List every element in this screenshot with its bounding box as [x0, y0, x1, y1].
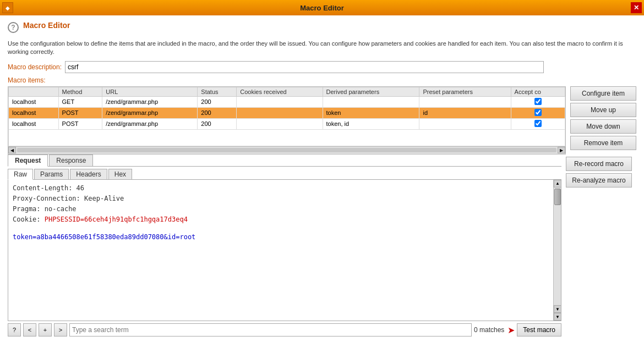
cookie-value: PHPSESSID=66ceh4jh91qbfc1hgqa17d3eq4 — [45, 216, 188, 223]
sub-tab-hex[interactable]: Hex — [108, 169, 132, 179]
close-button[interactable]: ✕ — [631, 2, 642, 13]
cell-method: POST — [58, 118, 102, 129]
sub-tab-params[interactable]: Params — [34, 169, 69, 179]
col-status: Status — [198, 87, 237, 96]
scroll-right-btn[interactable]: ▶ — [558, 147, 565, 153]
cell-host: localhost — [9, 107, 59, 118]
plus-button[interactable]: + — [39, 323, 52, 337]
cell-url: /zend/grammar.php — [102, 96, 198, 107]
col-accept: Accept co — [511, 87, 565, 96]
macro-table-container: Method URL Status Cookies received Deriv… — [8, 86, 566, 155]
cell-cookies — [237, 118, 323, 129]
sub-tab-headers[interactable]: Headers — [70, 169, 107, 179]
next-button[interactable]: > — [54, 323, 67, 337]
table-action-buttons: Configure item Move up Move down Remove … — [570, 86, 636, 155]
title-bar-icon: ◆ — [2, 2, 13, 13]
col-method: Method — [58, 87, 102, 96]
table-row[interactable]: localhost POST /zend/grammar.php 200 tok… — [9, 107, 565, 118]
cell-cookies — [237, 107, 323, 118]
cell-status: 200 — [198, 118, 237, 129]
cell-preset — [419, 118, 511, 129]
accept-checkbox[interactable] — [534, 109, 542, 116]
matches-count: 0 matches — [474, 326, 504, 334]
cell-status: 200 — [198, 107, 237, 118]
col-preset: Preset parameters — [419, 87, 511, 96]
tab-request[interactable]: Request — [8, 155, 48, 167]
right-section: Re-record macro Re-analyze macro — [566, 155, 636, 337]
re-analyze-button[interactable]: Re-analyze macro — [566, 173, 632, 187]
cell-derived: token — [323, 107, 419, 118]
prev-button[interactable]: < — [23, 323, 36, 337]
help-icon: ? — [8, 22, 19, 33]
scroll-down-btn1[interactable]: ▼ — [554, 305, 561, 313]
cell-derived — [323, 96, 419, 107]
right-buttons: Re-record macro Re-analyze macro — [566, 157, 636, 187]
cell-derived: token, id — [323, 118, 419, 129]
table-header-row: Method URL Status Cookies received Deriv… — [9, 87, 565, 96]
content-line-4: Cookie: PHPSESSID=66ceh4jh91qbfc1hgqa17d… — [13, 214, 549, 225]
sub-tab-raw[interactable]: Raw — [8, 169, 33, 180]
scroll-down-btn2[interactable]: ▼ — [554, 313, 561, 321]
cell-method: POST — [58, 107, 102, 118]
cell-url: /zend/grammar.php — [102, 107, 198, 118]
left-section: Request Response Raw Params Headers Hex … — [8, 155, 561, 337]
cell-url: /zend/grammar.php — [102, 118, 198, 129]
col-cookies: Cookies received — [237, 87, 323, 96]
cookie-prefix: Cookie: — [13, 216, 45, 223]
cell-status: 200 — [198, 96, 237, 107]
col-host — [9, 87, 59, 96]
content-area: Content-Length: 46 Proxy-Connection: Kee… — [8, 180, 561, 321]
content-line-5 — [13, 225, 549, 233]
accept-checkbox[interactable] — [534, 120, 542, 127]
macro-table: Method URL Status Cookies received Deriv… — [8, 87, 565, 146]
header-section: ? Macro Editor — [8, 21, 636, 33]
remove-item-button[interactable]: Remove item — [570, 136, 636, 150]
test-macro-button[interactable]: Test macro — [517, 323, 561, 337]
search-input[interactable] — [69, 323, 472, 337]
v-scrollbar[interactable]: ▲ ▼ ▼ — [553, 180, 561, 321]
col-derived: Derived parameters — [323, 87, 419, 96]
table-row[interactable]: localhost POST /zend/grammar.php 200 tok… — [9, 118, 565, 129]
page-title: Macro Editor — [23, 21, 70, 30]
help-button[interactable]: ? — [8, 323, 21, 337]
macro-description-input[interactable] — [65, 61, 544, 73]
content-line-1: Content-Length: 46 — [13, 183, 549, 194]
arrow-icon: ➤ — [507, 325, 515, 335]
scroll-up-btn[interactable]: ▲ — [554, 180, 561, 187]
h-scrollbar-track — [17, 148, 556, 152]
accept-checkbox[interactable] — [534, 98, 542, 105]
content-line-3: Pragma: no-cache — [13, 204, 549, 214]
cell-preset: id — [419, 107, 511, 118]
scroll-left-btn[interactable]: ◀ — [8, 147, 16, 153]
cell-accept — [511, 107, 565, 118]
h-scrollbar[interactable]: ◀ ▶ — [8, 146, 565, 154]
content-line-2: Proxy-Connection: Keep-Alive — [13, 194, 549, 204]
content-line-6: token=a8ba4466508e61f58380eda89dd07080&i… — [13, 233, 549, 241]
table-row-empty — [9, 129, 565, 146]
cell-cookies — [237, 96, 323, 107]
cell-accept — [511, 118, 565, 129]
cell-preset — [419, 96, 511, 107]
title-bar-title: Macro Editor — [300, 4, 343, 12]
cell-accept — [511, 96, 565, 107]
configure-item-button[interactable]: Configure item — [570, 86, 636, 101]
col-url: URL — [102, 87, 198, 96]
title-bar: ◆ Macro Editor ✕ — [0, 0, 644, 15]
move-up-button[interactable]: Move up — [570, 103, 636, 117]
move-down-button[interactable]: Move down — [570, 119, 636, 134]
main-content: ? Macro Editor Use the configuration bel… — [0, 15, 644, 342]
description-text: Use the configuration below to define th… — [8, 40, 636, 57]
cell-method: GET — [58, 96, 102, 107]
table-row[interactable]: localhost GET /zend/grammar.php 200 — [9, 96, 565, 107]
macro-description-label: Macro description: — [8, 63, 62, 71]
macro-description-row: Macro description: — [8, 61, 636, 73]
main-layout: Request Response Raw Params Headers Hex … — [8, 155, 636, 337]
sub-tab-row: Raw Params Headers Hex — [8, 169, 561, 180]
table-section: Method URL Status Cookies received Deriv… — [8, 86, 636, 155]
cell-host: localhost — [9, 96, 59, 107]
tab-response[interactable]: Response — [49, 155, 93, 166]
v-scrollbar-thumb[interactable] — [554, 189, 561, 205]
re-record-button[interactable]: Re-record macro — [566, 157, 632, 171]
cell-host: localhost — [9, 118, 59, 129]
bottom-bar: ? < + > 0 matches ➤ Test macro — [8, 323, 561, 337]
